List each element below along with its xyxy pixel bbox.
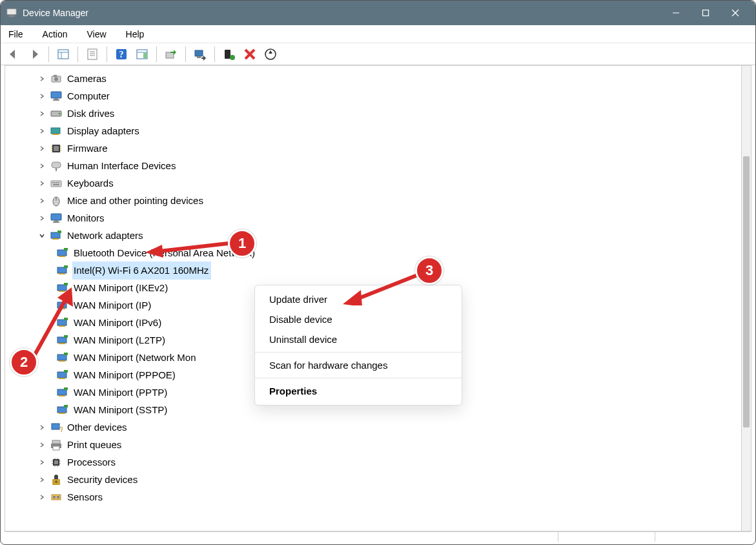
device-category[interactable]: Computer [6, 87, 751, 105]
svg-rect-84 [64, 335, 68, 338]
device-category[interactable]: Security devices [6, 471, 751, 488]
device-category[interactable]: Monitors [6, 209, 751, 227]
chevron-down-icon[interactable] [36, 230, 48, 242]
device-category[interactable]: Processors [6, 453, 751, 471]
chevron-right-icon[interactable] [36, 474, 48, 486]
svg-marker-22 [174, 50, 176, 55]
nic-icon [56, 386, 70, 400]
menu-file[interactable]: File [6, 28, 26, 41]
svg-marker-26 [203, 56, 206, 61]
chevron-right-icon[interactable] [36, 125, 48, 137]
svg-rect-61 [51, 214, 61, 220]
svg-rect-12 [88, 49, 97, 59]
properties-button[interactable] [83, 45, 101, 63]
svg-rect-90 [64, 370, 68, 373]
chevron-right-icon[interactable] [36, 73, 48, 85]
svg-rect-45 [54, 146, 59, 151]
chevron-right-icon[interactable] [36, 491, 48, 503]
svg-rect-2 [9, 16, 15, 17]
vertical-scrollbar[interactable] [741, 65, 751, 531]
display-adapter-icon [49, 124, 63, 138]
device-category[interactable]: Sensors [6, 488, 751, 506]
device-category[interactable]: Disk drives [6, 105, 751, 122]
menu-action[interactable]: Action [40, 28, 70, 41]
disable-device-button[interactable] [191, 45, 209, 63]
svg-rect-57 [58, 182, 59, 183]
action-pane-button[interactable] [133, 45, 151, 63]
svg-rect-68 [59, 256, 65, 257]
menu-view[interactable]: View [84, 28, 108, 41]
hid-icon [49, 159, 63, 173]
maximize-button[interactable] [691, 1, 720, 25]
menu-help[interactable]: Help [123, 28, 147, 41]
back-button[interactable] [5, 45, 23, 63]
context-menu-item[interactable]: Disable device [255, 309, 462, 329]
device-category[interactable]: Firmware [6, 139, 751, 157]
chevron-right-icon[interactable] [36, 439, 48, 451]
chevron-right-icon[interactable] [36, 160, 48, 172]
device-category[interactable]: Network adapters [6, 227, 751, 244]
svg-rect-97 [52, 424, 59, 429]
chevron-right-icon[interactable] [36, 90, 48, 102]
svg-rect-94 [57, 407, 66, 413]
context-menu-item[interactable]: Properties [255, 381, 462, 401]
chevron-right-icon[interactable] [36, 422, 48, 433]
device-category[interactable]: Human Interface Devices [6, 157, 751, 174]
forward-button[interactable] [25, 45, 43, 63]
device-category[interactable]: Keyboards [6, 174, 751, 192]
update-driver-button[interactable] [162, 45, 180, 63]
device-category[interactable]: Print queues [6, 436, 751, 453]
show-hide-console-tree-button[interactable] [54, 45, 72, 63]
chevron-right-icon[interactable] [36, 457, 48, 468]
svg-rect-64 [51, 232, 60, 238]
svg-rect-25 [197, 56, 201, 58]
chevron-right-icon[interactable] [36, 195, 48, 207]
uninstall-device-button[interactable] [241, 45, 259, 63]
device-category[interactable]: Cameras [6, 70, 751, 87]
annotation-badge-3: 3 [415, 256, 444, 285]
device-category[interactable]: ?Other devices [6, 418, 751, 436]
svg-rect-53 [51, 181, 61, 187]
svg-rect-78 [64, 300, 68, 303]
context-menu-item[interactable]: Uninstall device [255, 329, 462, 349]
enable-device-button[interactable] [220, 45, 238, 63]
tree-item-label: Disk drives [66, 105, 117, 123]
chevron-right-icon[interactable] [36, 212, 48, 224]
scrollbar-thumb[interactable] [743, 156, 750, 427]
statusbar [5, 531, 751, 542]
svg-rect-42 [51, 128, 60, 134]
security-icon [49, 473, 63, 487]
tree-item-label: Human Interface Devices [66, 157, 178, 175]
device-item[interactable]: Intel(R) Wi-Fi 6 AX201 160MHz [6, 262, 751, 279]
help-button[interactable]: ? [112, 45, 130, 63]
svg-rect-43 [52, 134, 59, 135]
context-menu-item[interactable]: Scan for hardware changes [255, 355, 462, 375]
svg-marker-33 [269, 50, 272, 54]
tree-item-label: Mice and other pointing devices [66, 192, 206, 210]
svg-rect-21 [166, 52, 174, 58]
svg-rect-73 [57, 285, 66, 291]
device-category[interactable]: Mice and other pointing devices [6, 192, 751, 209]
context-menu-item[interactable]: Update driver [255, 289, 462, 309]
device-item[interactable]: Bluetooth Device (Personal Area Network) [6, 244, 751, 262]
svg-rect-9 [58, 50, 68, 59]
tree-item-label: Security devices [66, 471, 140, 489]
scan-hardware-changes-button[interactable] [261, 45, 280, 63]
minimize-button[interactable] [661, 1, 691, 25]
chevron-right-icon[interactable] [36, 143, 48, 154]
svg-rect-36 [54, 75, 57, 77]
tree-item-label: WAN Miniport (Network Mon [72, 349, 198, 367]
device-category[interactable]: Display adapters [6, 122, 751, 139]
chevron-right-icon[interactable] [36, 108, 48, 119]
svg-rect-88 [57, 372, 66, 378]
svg-rect-86 [59, 360, 65, 362]
nic-icon [56, 263, 70, 278]
svg-rect-54 [52, 182, 54, 183]
svg-rect-76 [57, 302, 66, 308]
close-button[interactable] [720, 1, 750, 25]
svg-rect-20 [143, 53, 147, 58]
svg-rect-96 [64, 405, 68, 407]
tree-item-label: Display adapters [66, 122, 142, 140]
app-icon [6, 7, 17, 19]
chevron-right-icon[interactable] [36, 178, 48, 189]
